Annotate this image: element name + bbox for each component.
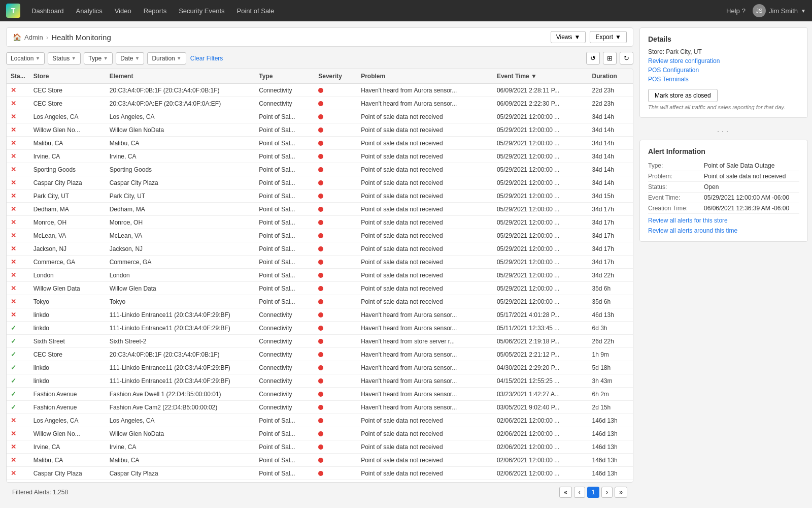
filter-status[interactable]: Status ▼: [48, 52, 81, 65]
export-button[interactable]: Export ▼: [590, 31, 627, 43]
table-row[interactable]: ✕ Caspar City Plaza Caspar City Plaza Po…: [7, 467, 633, 480]
review-time-alerts-link[interactable]: Review all alerts around this time: [648, 227, 799, 234]
cell-element: 111-Linkdo Entrance11 (20:C3:A4:0F:29:BF…: [106, 374, 255, 388]
table-row[interactable]: ✕ Willow Glen Data Willow Glen Data Poin…: [7, 282, 633, 295]
help-link[interactable]: Help ?: [726, 7, 746, 15]
filter-duration[interactable]: Duration ▼: [147, 52, 186, 65]
table-row[interactable]: ✕ linkdo 111-Linkdo Entrance11 (20:C3:A4…: [7, 308, 633, 322]
cell-duration: 3h 43m: [588, 374, 633, 388]
col-type[interactable]: Type: [255, 69, 314, 84]
cell-event-time: 02/06/2021 12:00:00 ...: [493, 427, 588, 440]
mark-store-closed-button[interactable]: Mark store as closed: [648, 89, 718, 102]
cell-severity: [314, 440, 357, 454]
filter-location[interactable]: Location ▼: [6, 52, 45, 65]
cell-event-time: 05/29/2021 12:00:00 ...: [493, 295, 588, 308]
cell-severity: [314, 97, 357, 110]
cell-element: Irvine, CA: [106, 440, 255, 454]
cell-store: Los Angeles, CA: [29, 414, 106, 427]
table-row[interactable]: ✕ CEC Store 20:C3:A4:0F:0A:EF (20:C3:A4:…: [7, 97, 633, 110]
col-event-time[interactable]: Event Time ▼: [493, 69, 588, 84]
table-row[interactable]: ✕ Tokyo Tokyo Point of Sal... Point of s…: [7, 295, 633, 308]
filter-date[interactable]: Date ▼: [116, 52, 144, 65]
table-row[interactable]: ✕ London London Point of Sal... Point of…: [7, 269, 633, 282]
col-store[interactable]: Store: [29, 69, 106, 84]
cell-store: Tokyo: [29, 295, 106, 308]
table-row[interactable]: ✓ Sixth Street Sixth Street-2 Connectivi…: [7, 335, 633, 348]
table-row[interactable]: ✓ linkdo 111-Linkdo Entrance11 (20:C3:A4…: [7, 374, 633, 388]
nav-dashboard[interactable]: Dashboard: [26, 5, 69, 17]
chevron-down-icon: ▼: [135, 55, 140, 61]
table-row[interactable]: ✓ linkdo 111-Linkdo Entrance11 (20:C3:A4…: [7, 361, 633, 374]
cell-status: ✓: [7, 401, 29, 414]
table-row[interactable]: ✓ Fashion Avenue Fashion Ave Cam2 (22:D4…: [7, 401, 633, 414]
table-row[interactable]: ✕ Commerce, GA Commerce, GA Point of Sal…: [7, 256, 633, 269]
cell-problem: Point of sale data not received: [357, 163, 493, 176]
table-row[interactable]: ✕ Dedham, MA Dedham, MA Point of Sal... …: [7, 203, 633, 216]
cell-duration: 1h 9m: [588, 348, 633, 361]
grid-button[interactable]: ⊞: [603, 52, 617, 65]
nav-reports[interactable]: Reports: [139, 5, 172, 17]
nav-point-of-sale[interactable]: Point of Sale: [232, 5, 280, 17]
table-row[interactable]: ✕ McLean, VA McLean, VA Point of Sal... …: [7, 229, 633, 242]
cell-problem: Point of sale data not received: [357, 216, 493, 229]
review-store-alerts-link[interactable]: Review all alerts for this store: [648, 217, 799, 224]
clear-filters-button[interactable]: Clear Filters: [190, 55, 223, 62]
nav-analytics[interactable]: Analytics: [71, 5, 108, 17]
table-row[interactable]: ✕ CEC Store 20:C3:A4:0F:0B:1F (20:C3:A4:…: [7, 84, 633, 97]
table-footer: Filtered Alerts: 1,258 « ‹ 1 › »: [6, 483, 633, 502]
refresh-button[interactable]: ↻: [620, 52, 633, 65]
table-row[interactable]: ✓ CEC Store 20:C3:A4:0F:0B:1F (20:C3:A4:…: [7, 348, 633, 361]
next-page-button[interactable]: ›: [601, 487, 613, 498]
undo-button[interactable]: ↺: [586, 52, 600, 65]
table-row[interactable]: ✕ Malibu, CA Malibu, CA Point of Sal... …: [7, 454, 633, 467]
cell-problem: Point of sale data not received: [357, 229, 493, 242]
views-button[interactable]: Views ▼: [551, 31, 586, 43]
filter-type[interactable]: Type ▼: [84, 52, 113, 65]
col-problem[interactable]: Problem: [357, 69, 493, 84]
table-row[interactable]: ✓ Fashion Avenue Fashion Ave Dwell 1 (22…: [7, 388, 633, 401]
table-row[interactable]: ✕ Los Angeles, CA Los Angeles, CA Point …: [7, 110, 633, 123]
col-severity[interactable]: Severity: [314, 69, 357, 84]
nav-video[interactable]: Video: [110, 5, 137, 17]
user-menu[interactable]: JS Jim Smith ▼: [753, 4, 806, 17]
review-store-config-link[interactable]: Review store configuration: [648, 57, 799, 65]
table-row[interactable]: ✕ Malibu, CA Malibu, CA Point of Sal... …: [7, 137, 633, 150]
cell-type: Point of Sal...: [255, 176, 314, 189]
cell-severity: [314, 282, 357, 295]
cell-element: London: [106, 269, 255, 282]
cell-problem: Point of sale data not received: [357, 203, 493, 216]
cell-duration: 146d 13h: [588, 467, 633, 480]
cell-problem: Haven't heard from Aurora sensor...: [357, 374, 493, 388]
cell-event-time: 05/29/2021 12:00:00 ...: [493, 123, 588, 137]
table-row[interactable]: ✕ Willow Glen No... Willow Glen NoData P…: [7, 427, 633, 440]
cell-event-time: 05/29/2021 12:00:00 ...: [493, 256, 588, 269]
last-page-button[interactable]: »: [615, 487, 627, 498]
table-row[interactable]: ✕ Monroe, OH Monroe, OH Point of Sal... …: [7, 216, 633, 229]
cell-severity: [314, 203, 357, 216]
nav-security-events[interactable]: Security Events: [174, 5, 229, 17]
table-row[interactable]: ✕ Los Angeles, CA Los Angeles, CA Point …: [7, 414, 633, 427]
table-row[interactable]: ✕ Irvine, CA Irvine, CA Point of Sal... …: [7, 440, 633, 454]
table-row[interactable]: ✕ Sporting Goods Sporting Goods Point of…: [7, 163, 633, 176]
cell-type: Point of Sal...: [255, 282, 314, 295]
table-row[interactable]: ✕ Caspar City Plaza Caspar City Plaza Po…: [7, 176, 633, 189]
col-duration[interactable]: Duration: [588, 69, 633, 84]
prev-page-button[interactable]: ‹: [574, 487, 585, 498]
table-row[interactable]: ✕ Jackson, NJ Jackson, NJ Point of Sal..…: [7, 242, 633, 256]
table-row[interactable]: ✓ linkdo 111-Linkdo Entrance11 (20:C3:A4…: [7, 322, 633, 335]
cell-type: Connectivity: [255, 374, 314, 388]
cell-type: Point of Sal...: [255, 414, 314, 427]
table-row[interactable]: ✕ Willow Glen No... Willow Glen NoData P…: [7, 123, 633, 137]
breadcrumb-admin[interactable]: Admin: [24, 34, 43, 41]
pos-terminals-link[interactable]: POS Terminals: [648, 76, 799, 83]
topnav: T Dashboard Analytics Video Reports Secu…: [0, 0, 812, 21]
pos-config-link[interactable]: POS Configuration: [648, 67, 799, 74]
cell-severity: [314, 110, 357, 123]
logo: T: [6, 4, 20, 18]
table-row[interactable]: ✕ Park City, UT Park City, UT Point of S…: [7, 189, 633, 203]
table-row[interactable]: ✕ Irvine, CA Irvine, CA Point of Sal... …: [7, 150, 633, 163]
page-1-button[interactable]: 1: [587, 487, 600, 498]
first-page-button[interactable]: «: [559, 487, 572, 498]
cell-element: Dedham, MA: [106, 203, 255, 216]
col-element[interactable]: Element: [106, 69, 255, 84]
